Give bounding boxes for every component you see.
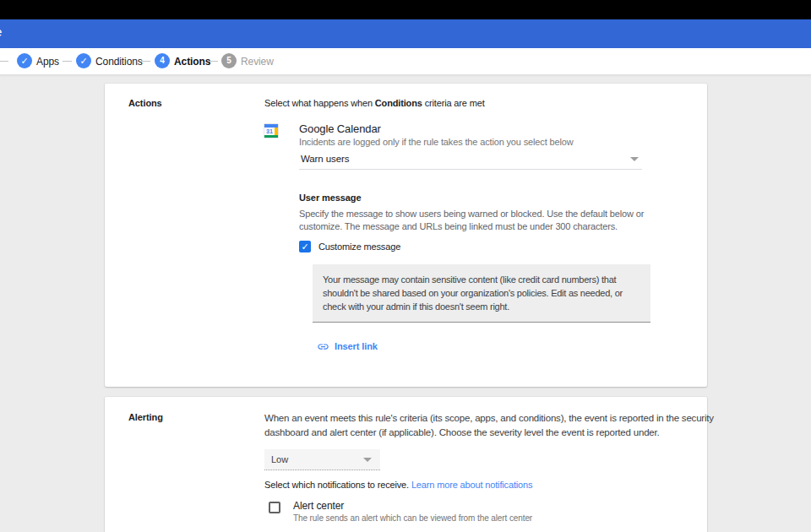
actions-section-label: Actions xyxy=(128,98,162,108)
notifications-text: Select which notifications to receive. L… xyxy=(264,480,532,490)
severity-select[interactable]: Low xyxy=(264,449,380,470)
actions-intro-text: Select what happens when Conditions crit… xyxy=(264,98,485,108)
stepper-connector xyxy=(63,61,72,62)
check-icon: ✓ xyxy=(301,242,308,252)
insert-link-label: Insert link xyxy=(335,341,378,351)
step-actions-icon[interactable]: 4 xyxy=(155,53,170,68)
alerting-section-label: Alerting xyxy=(128,412,163,422)
alert-center-description: The rule sends an alert which can be vie… xyxy=(293,513,532,523)
insert-link-icon xyxy=(317,340,329,353)
stepper-connector xyxy=(0,61,8,62)
user-message-heading: User message xyxy=(299,193,361,203)
step-conditions-icon[interactable]: ✓ xyxy=(76,53,91,68)
step-apps-label[interactable]: Apps xyxy=(36,56,59,68)
severity-select-value: Low xyxy=(271,454,288,464)
wizard-stepper: ✓ Apps ✓ Conditions 4 Actions 5 Review xyxy=(0,48,811,75)
customize-message-label: Customize message xyxy=(318,242,400,252)
stepper-connector xyxy=(209,61,218,62)
google-calendar-icon: 31 xyxy=(264,124,278,138)
learn-more-link[interactable]: Learn more about notifications xyxy=(411,480,532,490)
user-message-description: Specify the message to show users being … xyxy=(299,208,658,233)
check-icon: ✓ xyxy=(20,56,28,66)
step-review-label[interactable]: Review xyxy=(241,56,274,68)
step-review-icon[interactable]: 5 xyxy=(221,53,237,68)
window-top-bar xyxy=(0,0,811,19)
chevron-down-icon xyxy=(630,157,639,161)
actions-card: Actions Select what happens when Conditi… xyxy=(105,84,707,387)
alert-center-checkbox[interactable] xyxy=(269,502,280,513)
alerting-card: Alerting When an event meets this rule's… xyxy=(105,397,707,532)
action-select[interactable]: Warn users xyxy=(299,149,642,170)
check-icon: ✓ xyxy=(79,56,87,66)
alerting-description: When an event meets this rule's criteria… xyxy=(264,411,739,440)
step-actions-label[interactable]: Actions xyxy=(174,56,210,68)
app-description: Incidents are logged only if the rule ta… xyxy=(299,137,573,147)
chevron-down-icon xyxy=(363,458,372,462)
alert-center-label: Alert center xyxy=(293,500,344,512)
step-apps-icon[interactable]: ✓ xyxy=(17,53,32,68)
app-name: Google Calendar xyxy=(299,122,381,135)
page-title-clipped: e xyxy=(0,24,6,43)
app-header-bar: e xyxy=(0,19,811,48)
insert-link-button[interactable]: Insert link xyxy=(317,340,444,354)
customize-message-checkbox[interactable]: ✓ xyxy=(299,241,311,252)
action-select-value: Warn users xyxy=(301,154,349,164)
stepper-connector xyxy=(141,61,150,62)
user-message-textarea[interactable]: Your message may contain sensitive conte… xyxy=(313,264,650,323)
step-conditions-label[interactable]: Conditions xyxy=(95,56,143,68)
